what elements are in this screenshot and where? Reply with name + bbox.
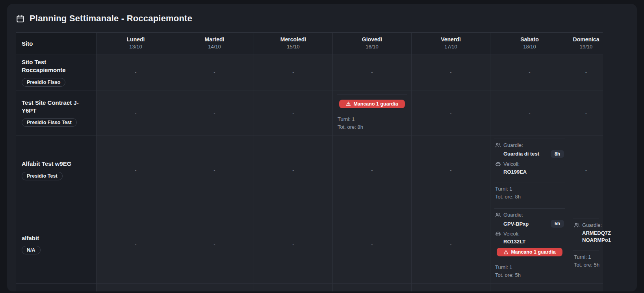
day-cell-empty: -: [175, 91, 254, 135]
shift-entry: Guardie:GPV-BPxp5hVeicoli:RO132LTMancano…: [494, 208, 565, 261]
guard-hours-chip: 5h: [551, 220, 564, 228]
guard-row: Guardia di test8h: [503, 150, 564, 158]
day-cell-empty: -: [569, 54, 603, 91]
site-name: Alfabit Test w9EG: [22, 160, 91, 168]
day-name-label: Venerdì: [441, 36, 461, 43]
warning-icon: [503, 250, 509, 255]
calendar-icon: [16, 14, 25, 23]
day-header: Lunedì13/10: [97, 33, 175, 54]
day-header: Sabato18/10: [490, 33, 569, 54]
day-cell-empty: -: [490, 284, 569, 291]
empty-cell-dash: -: [292, 167, 294, 173]
site-type-badge: N/A: [22, 246, 41, 254]
site-name: Test Site Contract J-Y6PT: [22, 99, 91, 115]
day-cell-empty: -: [569, 91, 603, 135]
empty-cell-dash: -: [135, 69, 136, 75]
empty-cell-dash: -: [292, 69, 294, 75]
site-cell: Alfabit Test w9EGPresidio Test: [16, 135, 97, 205]
day-header: Mercoledì15/10: [254, 33, 333, 54]
planning-card: Planning Settimanale - Roccapiemonte Sit…: [7, 4, 637, 291]
empty-cell-dash: -: [529, 69, 530, 75]
guards-label: Guardie:: [574, 222, 598, 228]
guards-label-text: Guardie:: [503, 212, 523, 218]
guard-row: NOARMPo1: [582, 237, 598, 243]
day-cell-empty: -: [412, 135, 490, 205]
summary-shifts: Turni: 1: [338, 115, 406, 123]
site-type-badge: Presidio Test: [22, 172, 63, 180]
day-date-label: 14/10: [208, 43, 221, 50]
missing-guard-alert-text: Mancano 1 guardia: [353, 101, 398, 107]
users-icon: [495, 212, 501, 218]
day-cell: Guardie:ARMEDQ7ZNOARMPo1Turni: 1Tot. ore…: [569, 205, 603, 284]
card-header: Planning Settimanale - Roccapiemonte: [16, 13, 628, 24]
day-name-label: Lunedì: [127, 36, 145, 43]
shift-entry: Mancano 1 guardia: [337, 94, 407, 113]
cell-summary: Turni: 1Tot. ore: 5h: [573, 250, 599, 270]
day-cell: Guardie:Guardia di test8hVeicoli:RO199EA…: [490, 135, 569, 205]
empty-cell-dash: -: [371, 69, 373, 75]
missing-guard-alert-text: Mancano 1 guardia: [511, 249, 555, 255]
empty-cell-dash: -: [529, 110, 530, 116]
day-cell-empty: -: [97, 135, 175, 205]
day-header: Domenica19/10: [569, 33, 603, 54]
guards-label: Guardie:: [495, 142, 564, 148]
day-cell-empty: -: [175, 205, 254, 284]
site-header-label: Sito: [22, 40, 33, 47]
vehicles-label: Veicoli:: [495, 231, 564, 237]
cell-summary: Turni: 1Tot. ore: 5h: [494, 261, 565, 280]
vehicle-plate: RO132LT: [503, 239, 525, 245]
empty-cell-dash: -: [585, 167, 587, 173]
site-column-header: Sito: [16, 33, 97, 54]
empty-cell-dash: -: [585, 110, 587, 116]
guard-row: ARMEDQ7Z: [582, 230, 598, 236]
day-cell-empty: -: [412, 91, 490, 135]
day-cell-empty: -: [333, 205, 412, 284]
day-cell: Mancano 1 guardiaTurni: 1Tot. ore: 8h: [333, 91, 412, 135]
empty-cell-dash: -: [213, 110, 215, 116]
site-type-badge: Presidio Fisso: [22, 78, 65, 87]
guard-name: Guardia di test: [503, 151, 539, 157]
day-cell-empty: -: [254, 91, 333, 135]
day-date-label: 15/10: [287, 43, 300, 50]
guards-label: Guardie:: [495, 212, 564, 218]
guard-name: GPV-BPxp: [503, 221, 529, 227]
empty-cell-dash: -: [450, 69, 451, 75]
site-cell: alfabitN/A: [16, 205, 97, 284]
empty-cell-dash: -: [450, 167, 451, 173]
vehicles-label-text: Veicoli:: [503, 231, 520, 237]
day-cell-empty: -: [412, 284, 490, 291]
empty-cell-dash: -: [135, 110, 136, 116]
site-type-badge: Presidio Fisso Test: [22, 118, 77, 127]
day-date-label: 17/10: [444, 43, 457, 50]
car-icon: [495, 161, 501, 167]
cell-summary: Turni: 1Tot. ore: 8h: [494, 182, 565, 202]
guard-name: ARMEDQ7Z: [582, 230, 611, 236]
empty-cell-dash: -: [585, 69, 587, 75]
day-date-label: 18/10: [523, 43, 536, 50]
vehicles-label: Veicoli:: [495, 161, 564, 167]
site-cell: Test Site Contract J-Y6PTPresidio Fisso …: [16, 91, 97, 135]
summary-total-hours: Tot. ore: 8h: [495, 193, 564, 201]
site-name: alfabit: [22, 234, 91, 242]
day-cell: Mancano 1 guardiaTurni: 1Tot. ore: 8h: [333, 284, 412, 291]
empty-cell-dash: -: [292, 241, 294, 247]
day-date-label: 13/10: [129, 43, 142, 50]
missing-guard-alert: Mancano 1 guardia: [339, 100, 405, 108]
guard-row: GPV-BPxp5h: [503, 220, 564, 228]
day-cell-empty: -: [97, 91, 175, 135]
day-name-label: Martedì: [205, 36, 225, 43]
cell-summary: Turni: 1Tot. ore: 8h: [337, 113, 407, 132]
guards-label-text: Guardie:: [582, 222, 602, 228]
empty-cell-dash: -: [371, 167, 373, 173]
empty-cell-dash: -: [135, 241, 136, 247]
vehicle-row: RO199EA: [503, 169, 564, 175]
empty-cell-dash: -: [450, 241, 451, 247]
day-cell-empty: -: [254, 205, 333, 284]
guards-group: Guardie:ARMEDQ7ZNOARMPo1: [574, 222, 598, 243]
day-date-label: 19/10: [580, 43, 593, 50]
users-icon: [495, 142, 501, 148]
day-cell-empty: -: [569, 284, 603, 291]
vehicle-plate: RO199EA: [503, 169, 527, 175]
missing-guard-alert: Mancano 1 guardia: [497, 248, 562, 256]
guards-label-text: Guardie:: [503, 142, 523, 148]
